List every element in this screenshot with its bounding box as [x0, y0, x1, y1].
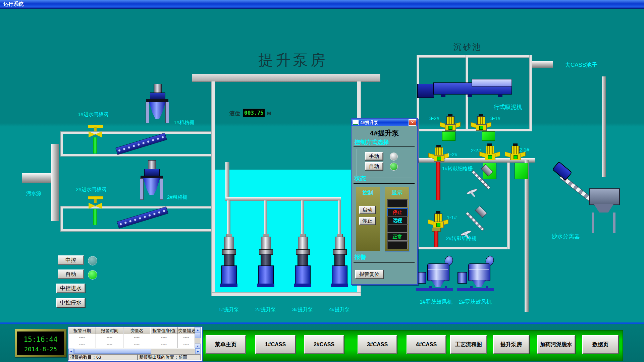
- blower-1-icon[interactable]: [417, 257, 453, 291]
- display-box-stop: 停止: [387, 208, 408, 217]
- riser-pipe-4: [338, 200, 341, 235]
- to-cass-label: 去CASS池子: [565, 61, 597, 69]
- alarm-cell: ----: [178, 341, 195, 348]
- pump-1-1-icon[interactable]: [431, 211, 445, 229]
- alarm-table: 报警日期 报警时间 变量名 报警值/旧值 变量描述 ---- ---- ----…: [68, 326, 203, 362]
- pump4-dialog: 4#提升泵 ✕ 4#提升泵 控制方式选择 手动 自动 状态 控制 启动 停止 显…: [351, 118, 418, 285]
- close-icon[interactable]: ✕: [409, 119, 416, 126]
- lift-pump-1-icon[interactable]: [221, 234, 236, 288]
- central-stop-water-button[interactable]: 中控停水: [56, 298, 85, 307]
- pump-2-1-label: 2-1#: [519, 147, 529, 153]
- alarm-col-date[interactable]: 报警日期: [68, 327, 96, 334]
- start-button[interactable]: 启动: [359, 206, 375, 214]
- nav-2cass-button[interactable]: 2#CASS: [304, 335, 344, 354]
- sand-separator-icon[interactable]: [552, 164, 623, 236]
- alarm-col-value[interactable]: 报警值/旧值: [150, 327, 178, 334]
- alarm-cell: ----: [68, 341, 96, 348]
- coarse-screen-2-icon[interactable]: [139, 160, 165, 201]
- auto-button[interactable]: 自动: [365, 162, 383, 170]
- stop-button[interactable]: 停止: [359, 217, 375, 225]
- riser-pipe-3: [301, 200, 304, 235]
- scroll-up-icon[interactable]: ▲: [195, 327, 201, 332]
- nav-process-flow-button[interactable]: 工艺流程图: [450, 335, 487, 354]
- lift-pump-4-icon[interactable]: [332, 234, 347, 288]
- v-scroll-thumb[interactable]: [195, 332, 201, 338]
- gate-valve-2-icon[interactable]: [87, 196, 103, 226]
- pump-3-1-label: 3-1#: [490, 115, 500, 121]
- dialog-title: 4#提升泵: [360, 120, 378, 126]
- control-panel-title: 控制: [356, 189, 380, 196]
- alarm-col-variable[interactable]: 变量名: [123, 327, 150, 334]
- pump-1-1-label: 1-1#: [447, 215, 457, 220]
- display-box-3: [387, 224, 408, 233]
- display-box-normal: 正常: [387, 233, 408, 241]
- gate-valve-1-icon[interactable]: [87, 125, 103, 154]
- pump-house-floor: [211, 292, 361, 296]
- dialog-titlebar[interactable]: 4#提升泵 ✕: [352, 119, 417, 126]
- display-box-5: [387, 241, 408, 249]
- lift-pump-3-icon[interactable]: [295, 234, 310, 288]
- pump-1-2-icon[interactable]: [431, 145, 446, 162]
- traveling-suction-label: 行式吸泥机: [494, 103, 522, 111]
- lift-pump-4-label: 4#提升泵: [324, 306, 355, 313]
- riser-pipe-2: [264, 200, 267, 235]
- central-inflow-button[interactable]: 中控进水: [56, 284, 85, 293]
- scroll-left-icon[interactable]: ◀: [68, 349, 74, 354]
- drum-2-pipe: [434, 231, 438, 247]
- display-panel-title: 显示: [385, 189, 409, 196]
- dialog-heading: 4#提升泵: [352, 128, 417, 138]
- central-control-button[interactable]: 中控: [58, 255, 84, 265]
- coarse-screen-2-label: 2#粗格栅: [167, 194, 188, 200]
- nav-bar: 菜单主页 1#CASS 2#CASS 3#CASS 4#CASS 工艺流程图 提…: [203, 330, 623, 361]
- auto-mode-button[interactable]: 自动: [58, 269, 84, 279]
- page-title: 提升泵房: [258, 50, 328, 70]
- clock-widget: 15:16:44 2014-8-25: [15, 329, 66, 357]
- status-square-3-2: [442, 131, 455, 141]
- alarm-cell: ----: [150, 334, 178, 341]
- alarm-cell: ----: [178, 334, 195, 341]
- alarm-col-time[interactable]: 报警时间: [96, 327, 123, 334]
- alarm-cell: ----: [150, 341, 178, 348]
- alarm-reset-button[interactable]: 报警复位: [355, 270, 383, 279]
- grit-tank-right-wall: [529, 55, 532, 131]
- air-main-pipe: [525, 160, 529, 312]
- traveling-suction-icon[interactable]: [417, 79, 515, 101]
- nav-menu-home-button[interactable]: 菜单主页: [206, 335, 246, 354]
- mixer-2-icon: [460, 208, 488, 237]
- nav-pump-house-button[interactable]: 提升泵房: [493, 335, 529, 354]
- lift-pump-3-label: 3#提升泵: [287, 306, 318, 313]
- nav-4cass-button[interactable]: 4#CASS: [407, 335, 446, 354]
- blower-1-label: 1#罗茨鼓风机: [420, 299, 452, 306]
- pump-2-2-label: 2-2#: [471, 147, 481, 153]
- pump-3-1-icon[interactable]: [474, 114, 488, 131]
- scroll-right-icon[interactable]: ▶: [195, 349, 201, 354]
- drum-screen-2-label: 2#转鼓细格栅: [446, 235, 477, 242]
- scroll-down-icon[interactable]: ▼: [195, 344, 201, 349]
- nav-dosing-dewater-button[interactable]: 加药污泥脱水: [537, 335, 575, 354]
- sand-separator-label: 沙水分离器: [551, 233, 580, 240]
- manual-button[interactable]: 手动: [365, 152, 383, 160]
- grit-tank-lower-right-wall: [507, 160, 510, 249]
- nav-data-page-button[interactable]: 数据页: [582, 335, 619, 354]
- alarm-cell: ----: [123, 341, 150, 348]
- clock-time: 15:16:44: [17, 336, 64, 344]
- h-scroll-thumb[interactable]: [74, 349, 151, 354]
- coarse-screen-1-icon[interactable]: [144, 84, 170, 125]
- pump-2-2-icon[interactable]: [482, 143, 497, 161]
- blower-2-icon[interactable]: [458, 257, 494, 291]
- scada-screen: 运行系统 提升泵房 沉砂池 去CASS池子 污水源 1#进水闸板阀 2#进水闸板…: [0, 0, 644, 362]
- divider: [354, 262, 415, 263]
- pump-3-2-icon[interactable]: [443, 114, 458, 131]
- alarm-col-desc[interactable]: 变量描述: [178, 327, 195, 334]
- auto-mode-indicator: [88, 270, 97, 280]
- alarm-section-label: 报警: [355, 253, 366, 261]
- pump-1-2-label: 1-2#: [447, 152, 458, 157]
- sewage-source-label: 污水源: [26, 190, 41, 197]
- lift-pump-1-label: 1#提升泵: [214, 306, 244, 313]
- nav-3cass-button[interactable]: 3#CASS: [358, 335, 397, 354]
- nav-1cass-button[interactable]: 1#CASS: [255, 335, 296, 354]
- level-label: 液位: [229, 110, 240, 117]
- lift-pump-2-icon[interactable]: [258, 234, 273, 288]
- alarm-cell: ----: [68, 334, 96, 341]
- manifold-pipe: [225, 197, 341, 201]
